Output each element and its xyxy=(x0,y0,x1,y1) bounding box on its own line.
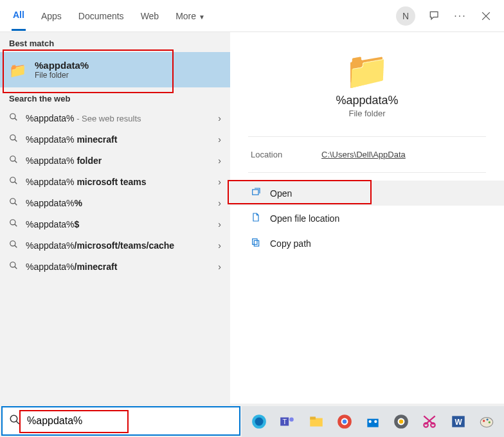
search-icon xyxy=(9,176,19,187)
svg-rect-8 xyxy=(253,190,258,195)
svg-point-5 xyxy=(10,220,15,225)
preview-title: %appdata% xyxy=(230,94,504,107)
svg-point-2 xyxy=(10,156,15,161)
suggestion-text: %appdata%% xyxy=(26,198,82,208)
chevron-right-icon: › xyxy=(218,156,221,166)
action-label: Copy path xyxy=(270,238,311,249)
svg-text:T: T xyxy=(283,418,287,425)
web-suggestion[interactable]: %appdata%% › xyxy=(0,192,230,213)
search-icon xyxy=(9,155,19,166)
svg-point-11 xyxy=(10,415,17,422)
web-suggestion[interactable]: %appdata%/minecraft › xyxy=(0,256,230,277)
web-suggestion[interactable]: %appdata%$ › xyxy=(0,213,230,235)
action-copy-path[interactable]: Copy path xyxy=(230,231,504,256)
chevron-right-icon: › xyxy=(218,198,221,208)
action-label: Open file location xyxy=(270,213,339,224)
svg-rect-22 xyxy=(367,419,378,427)
divider xyxy=(248,172,486,173)
svg-text:W: W xyxy=(455,418,462,427)
taskbar-explorer-icon[interactable] xyxy=(305,410,327,433)
chevron-right-icon: › xyxy=(218,262,221,272)
action-open-location[interactable]: Open file location xyxy=(230,206,504,231)
svg-point-35 xyxy=(489,421,491,423)
web-suggestion[interactable]: %appdata% - See web results › xyxy=(0,107,230,129)
feedback-icon[interactable] xyxy=(428,10,441,22)
taskbar-chrome-beta-icon[interactable] xyxy=(390,410,412,433)
search-icon xyxy=(9,240,19,251)
search-icon xyxy=(9,197,19,208)
suggestion-text: %appdata% folder xyxy=(26,156,102,166)
action-label: Open xyxy=(270,188,292,199)
taskbar-snip-icon[interactable] xyxy=(419,410,440,433)
file-location-icon xyxy=(251,212,261,224)
chevron-right-icon: › xyxy=(218,177,221,187)
web-suggestion[interactable]: %appdata% minecraft › xyxy=(0,129,230,150)
folder-icon: 📁 xyxy=(230,53,504,89)
search-scope-tabs: All Apps Documents Web More▼ xyxy=(12,1,206,31)
taskbar: T W xyxy=(242,406,504,437)
divider xyxy=(248,136,486,137)
chevron-right-icon: › xyxy=(218,240,221,251)
web-suggestion[interactable]: %appdata%/microsoft/teams/cache › xyxy=(0,235,230,256)
svg-point-3 xyxy=(10,177,15,183)
search-icon xyxy=(9,134,19,145)
folder-icon xyxy=(9,62,27,78)
tab-all[interactable]: All xyxy=(12,1,26,31)
taskbar-word-icon[interactable]: W xyxy=(447,410,469,433)
best-match-header: Best match xyxy=(0,32,230,52)
svg-point-4 xyxy=(10,199,15,204)
suggestion-text: %appdata%$ xyxy=(26,219,79,229)
best-match-item[interactable]: %appdata% File folder xyxy=(0,52,230,87)
taskbar-teams-icon[interactable]: T xyxy=(276,410,298,433)
search-icon xyxy=(9,261,19,272)
search-input[interactable] xyxy=(27,415,233,427)
top-bar: All Apps Documents Web More▼ N ··· xyxy=(0,0,504,32)
detail-panel: 📁 %appdata% File folder Location C:\User… xyxy=(230,32,504,404)
taskbar-store-icon[interactable] xyxy=(362,410,384,433)
options-icon[interactable]: ··· xyxy=(454,10,467,22)
taskbar-edge-icon[interactable] xyxy=(248,410,270,433)
svg-point-15 xyxy=(290,418,294,422)
tab-documents[interactable]: Documents xyxy=(77,2,125,30)
search-icon xyxy=(9,112,19,123)
svg-point-0 xyxy=(10,114,15,119)
search-web-header: Search the web xyxy=(0,87,230,107)
taskbar-chrome-icon[interactable] xyxy=(334,410,356,433)
location-link[interactable]: C:\Users\Dell\AppData xyxy=(321,150,406,159)
svg-point-34 xyxy=(486,418,488,420)
svg-point-13 xyxy=(255,418,264,426)
suggestion-text: %appdata% - See web results xyxy=(26,113,141,123)
location-label: Location xyxy=(251,150,321,159)
svg-point-33 xyxy=(483,420,485,422)
close-icon[interactable] xyxy=(480,10,492,22)
suggestion-text: %appdata% minecraft xyxy=(26,134,117,145)
web-suggestion[interactable]: %appdata% folder › xyxy=(0,150,230,171)
svg-point-27 xyxy=(399,420,404,424)
copy-icon xyxy=(251,237,261,249)
tab-web[interactable]: Web xyxy=(140,2,161,30)
suggestion-text: %appdata%/microsoft/teams/cache xyxy=(26,240,174,251)
action-open[interactable]: Open xyxy=(230,181,504,206)
search-icon xyxy=(9,219,19,229)
chevron-right-icon: › xyxy=(218,134,221,145)
svg-point-1 xyxy=(10,135,15,140)
results-panel: Best match %appdata% File folder Search … xyxy=(0,32,230,404)
best-match-title: %appdata% xyxy=(35,60,89,71)
svg-point-6 xyxy=(10,241,15,246)
svg-point-7 xyxy=(10,262,15,267)
tab-apps[interactable]: Apps xyxy=(40,2,63,30)
main-content: Best match %appdata% File folder Search … xyxy=(0,32,504,404)
svg-rect-18 xyxy=(310,416,316,419)
taskbar-paint-icon[interactable] xyxy=(476,410,498,433)
location-row: Location C:\Users\Dell\AppData xyxy=(230,141,504,168)
preview-subtitle: File folder xyxy=(230,109,504,118)
open-icon xyxy=(251,187,261,199)
tab-more[interactable]: More▼ xyxy=(174,2,206,30)
avatar[interactable]: N xyxy=(396,6,415,26)
chevron-right-icon: › xyxy=(218,219,221,229)
annotation-highlight xyxy=(228,180,372,204)
web-suggestion[interactable]: %appdata% microsoft teams › xyxy=(0,171,230,192)
search-icon xyxy=(9,414,21,428)
search-box[interactable] xyxy=(1,406,240,436)
svg-point-24 xyxy=(374,420,377,423)
